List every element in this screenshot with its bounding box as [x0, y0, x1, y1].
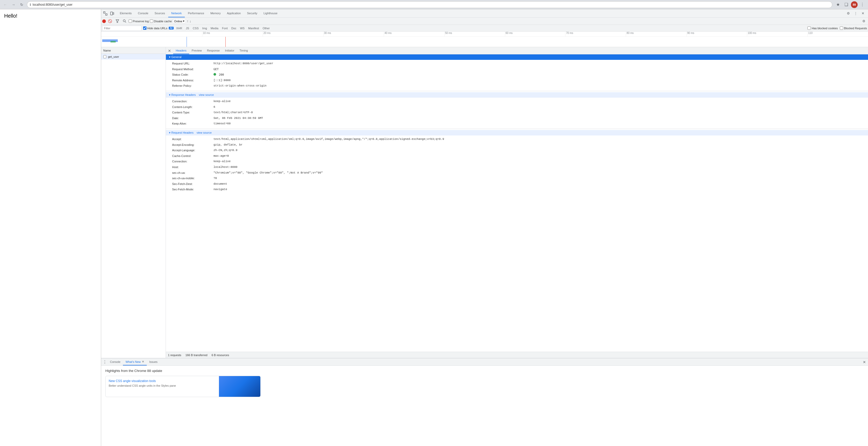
profile-button[interactable]: 89 [851, 1, 858, 8]
bookmark-button[interactable]: ★ [834, 1, 842, 8]
menu-button[interactable]: ⋮ [859, 1, 866, 8]
lock-icon: ℹ [30, 3, 31, 6]
address-bar[interactable]: ℹ localhost:8080/user/get_user [27, 1, 832, 8]
refresh-button[interactable]: ↻ [19, 2, 25, 8]
browser-actions: ★ ❏ 89 ⋮ [834, 1, 866, 8]
browser-chrome: ← → ↻ ℹ localhost:8080/user/get_user ★ ❏… [0, 0, 868, 9]
forward-button[interactable]: → [10, 2, 17, 8]
back-button[interactable]: ← [2, 2, 8, 8]
url-text: localhost:8080/user/get_user [33, 3, 72, 6]
extensions-button[interactable]: ❏ [843, 1, 850, 8]
